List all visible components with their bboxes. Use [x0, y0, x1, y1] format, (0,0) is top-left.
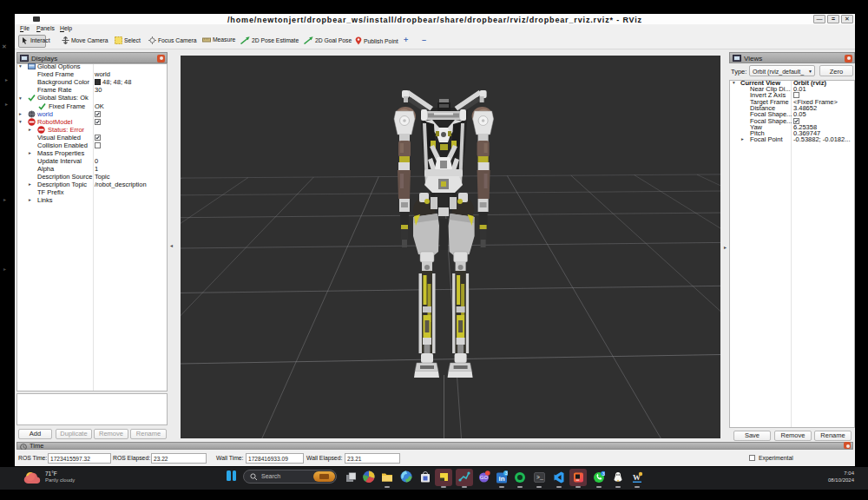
svg-text:>_: >_ — [536, 475, 543, 481]
svg-text:in: in — [498, 475, 504, 483]
svg-text:GO: GO — [480, 475, 489, 480]
svg-text:3: 3 — [504, 470, 507, 476]
svg-text:3: 3 — [602, 471, 604, 477]
